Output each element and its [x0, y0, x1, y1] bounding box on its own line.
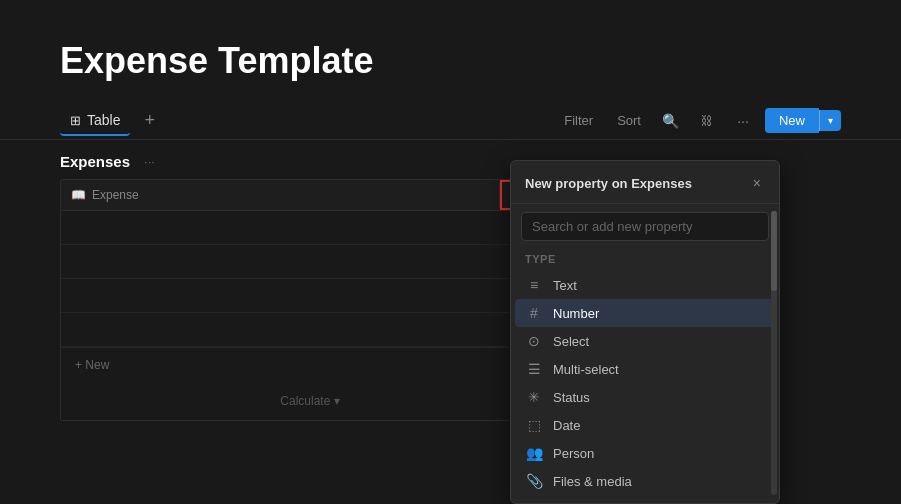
filter-button[interactable]: Filter	[556, 109, 601, 132]
type-label-select: Select	[553, 334, 589, 349]
column-icon: 📖	[71, 188, 86, 202]
page-title: Expense Template	[60, 40, 841, 82]
type-label-date: Date	[553, 418, 580, 433]
type-item-date[interactable]: ⬚ Date	[515, 411, 775, 439]
table-cell[interactable]	[61, 245, 559, 278]
link-button[interactable]: ⛓	[693, 107, 721, 135]
type-item-select[interactable]: ⊙ Select	[515, 327, 775, 355]
table-cell[interactable]	[61, 313, 559, 346]
table-row	[61, 211, 559, 245]
column-label: Expense	[92, 188, 139, 202]
tab-table-label: Table	[87, 112, 120, 128]
more-icon: ···	[737, 113, 749, 129]
calculate-row: Calculate ▾	[61, 382, 559, 420]
type-label-number: Number	[553, 306, 599, 321]
type-item-multi-select[interactable]: ☰ Multi-select	[515, 355, 775, 383]
type-label-status: Status	[553, 390, 590, 405]
scrollbar-thumb	[771, 211, 777, 291]
type-item-number[interactable]: # Number	[515, 299, 775, 327]
table-container: 📖 Expense + ··· + New	[60, 179, 560, 421]
type-item-person[interactable]: 👥 Person	[515, 439, 775, 467]
table-cell[interactable]	[61, 211, 559, 244]
type-label-person: Person	[553, 446, 594, 461]
sort-button[interactable]: Sort	[609, 109, 649, 132]
type-list: ≡ Text # Number ⊙ Select ☰ Multi-select …	[511, 271, 779, 503]
select-icon: ⊙	[525, 333, 543, 349]
date-icon: ⬚	[525, 417, 543, 433]
text-icon: ≡	[525, 277, 543, 293]
popup-title: New property on Expenses	[525, 176, 692, 191]
search-icon: 🔍	[662, 113, 679, 129]
expense-column-header: 📖 Expense	[61, 182, 500, 208]
type-label: Type	[511, 249, 779, 271]
files-icon: 📎	[525, 473, 543, 489]
table-row	[61, 313, 559, 347]
more-options-button[interactable]: ···	[729, 107, 757, 135]
add-view-button[interactable]: +	[138, 106, 161, 135]
new-button-group: New ▾	[765, 108, 841, 133]
scrollbar[interactable]	[771, 211, 777, 495]
type-item-text[interactable]: ≡ Text	[515, 271, 775, 299]
type-label-text: Text	[553, 278, 577, 293]
person-icon: 👥	[525, 445, 543, 461]
table-section-title: Expenses	[60, 153, 130, 170]
new-button-dropdown[interactable]: ▾	[819, 110, 841, 131]
type-label-files: Files & media	[553, 474, 632, 489]
search-button[interactable]: 🔍	[657, 107, 685, 135]
new-button[interactable]: New	[765, 108, 819, 133]
type-item-status[interactable]: ✳ Status	[515, 383, 775, 411]
number-icon: #	[525, 305, 543, 321]
table-footer: + New	[61, 347, 559, 382]
link-icon: ⛓	[701, 114, 713, 128]
toolbar: ⊞ Table + Filter Sort 🔍 ⛓ ··· New ▾	[60, 106, 841, 139]
tab-table[interactable]: ⊞ Table	[60, 106, 130, 136]
type-label-multi-select: Multi-select	[553, 362, 619, 377]
new-row-button[interactable]: + New	[71, 356, 113, 374]
type-item-files[interactable]: 📎 Files & media	[515, 467, 775, 495]
section-more-button[interactable]: ···	[138, 152, 161, 171]
multi-select-icon: ☰	[525, 361, 543, 377]
property-search-input[interactable]	[521, 212, 769, 241]
popup-close-button[interactable]: ×	[749, 173, 765, 193]
table-icon: ⊞	[70, 113, 81, 128]
table-row	[61, 279, 559, 313]
popup-header: New property on Expenses ×	[511, 161, 779, 204]
table-col-header: 📖 Expense + ···	[61, 180, 559, 211]
new-property-popup: New property on Expenses × Type ≡ Text #…	[510, 160, 780, 504]
calculate-button[interactable]: Calculate ▾	[272, 390, 347, 412]
status-icon: ✳	[525, 389, 543, 405]
table-row	[61, 245, 559, 279]
table-cell[interactable]	[61, 279, 559, 312]
